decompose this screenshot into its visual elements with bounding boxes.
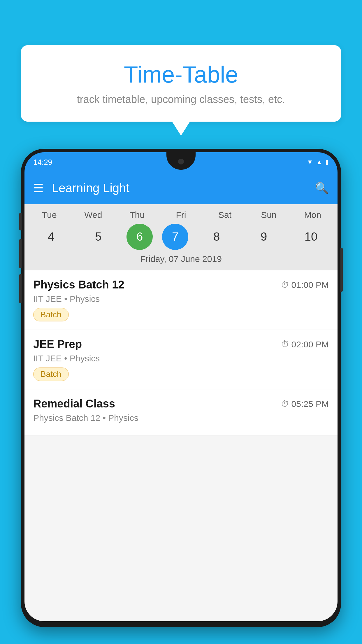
schedule-item-3-time: ⏱ 05:25 PM	[281, 399, 329, 409]
wifi-icon	[307, 158, 313, 166]
schedule-item-2-badge: Batch	[33, 368, 69, 381]
schedule-item-1-time: ⏱ 01:00 PM	[281, 280, 329, 290]
selected-date-label: Friday, 07 June 2019	[24, 251, 338, 267]
phone-container: 14:29 ☰ Learning Light 🔍 Tue	[21, 149, 341, 644]
schedule-item-1-header: Physics Batch 12 ⏱ 01:00 PM	[33, 279, 329, 291]
phone-screen: ☰ Learning Light 🔍 Tue Wed Thu Fri Sat S…	[24, 172, 338, 621]
app-title: Learning Light	[52, 181, 315, 195]
day-10[interactable]: 10	[292, 223, 330, 251]
day-6-today[interactable]: 6	[126, 224, 153, 250]
schedule-item-2-sub: IIT JEE • Physics	[33, 354, 329, 363]
schedule-item-1-sub: IIT JEE • Physics	[33, 294, 329, 304]
day-name-thu: Thu	[118, 210, 156, 220]
schedule-item-1-badge: Batch	[33, 308, 69, 321]
day-name-sat: Sat	[206, 210, 244, 220]
day-name-fri: Fri	[162, 210, 200, 220]
schedule-item-2-title: JEE Prep	[33, 338, 82, 351]
speech-bubble-container: Time-Table track timetable, upcoming cla…	[21, 45, 341, 122]
schedule-item-3-sub: Physics Batch 12 • Physics	[33, 413, 329, 423]
day-4[interactable]: 4	[32, 223, 70, 251]
camera	[178, 159, 184, 164]
day-7-selected[interactable]: 7	[162, 224, 188, 250]
signal-icon	[316, 158, 322, 166]
schedule-item-1-title: Physics Batch 12	[33, 279, 124, 291]
schedule-list: Physics Batch 12 ⏱ 01:00 PM IIT JEE • Ph…	[24, 270, 338, 435]
battery-icon	[325, 158, 329, 166]
day-8[interactable]: 8	[198, 223, 236, 251]
schedule-item-1[interactable]: Physics Batch 12 ⏱ 01:00 PM IIT JEE • Ph…	[24, 270, 338, 330]
day-numbers-row: 4 5 6 7 8 9 10	[24, 223, 338, 251]
search-icon[interactable]: 🔍	[315, 182, 329, 195]
volume-down-button	[19, 239, 22, 268]
status-icons	[307, 158, 329, 166]
day-5[interactable]: 5	[79, 223, 117, 251]
bubble-subtitle: track timetable, upcoming classes, tests…	[33, 93, 329, 106]
day-name-tue: Tue	[30, 210, 68, 220]
app-bar: ☰ Learning Light 🔍	[24, 172, 338, 204]
silent-button	[19, 274, 22, 303]
power-button	[340, 248, 343, 292]
day-names-row: Tue Wed Thu Fri Sat Sun Mon	[24, 210, 338, 220]
hamburger-icon[interactable]: ☰	[33, 181, 44, 195]
schedule-item-2-header: JEE Prep ⏱ 02:00 PM	[33, 338, 329, 351]
status-time: 14:29	[33, 158, 52, 167]
phone-mockup: 14:29 ☰ Learning Light 🔍 Tue	[21, 149, 341, 627]
schedule-item-3-header: Remedial Class ⏱ 05:25 PM	[33, 398, 329, 410]
day-name-mon: Mon	[294, 210, 332, 220]
volume-up-button	[19, 213, 22, 230]
day-name-wed: Wed	[74, 210, 112, 220]
speech-bubble: Time-Table track timetable, upcoming cla…	[21, 45, 341, 122]
calendar-section: Tue Wed Thu Fri Sat Sun Mon 4 5 6 7 8 9 …	[24, 204, 338, 270]
schedule-item-2-time: ⏱ 02:00 PM	[281, 340, 329, 349]
clock-icon-2: ⏱	[281, 340, 289, 349]
day-name-sun: Sun	[250, 210, 288, 220]
schedule-item-3-title: Remedial Class	[33, 398, 115, 410]
clock-icon-1: ⏱	[281, 280, 289, 290]
clock-icon-3: ⏱	[281, 399, 289, 409]
day-9[interactable]: 9	[245, 223, 283, 251]
schedule-item-3[interactable]: Remedial Class ⏱ 05:25 PM Physics Batch …	[24, 389, 338, 435]
bubble-title: Time-Table	[33, 61, 329, 88]
schedule-item-2[interactable]: JEE Prep ⏱ 02:00 PM IIT JEE • Physics Ba…	[24, 330, 338, 389]
